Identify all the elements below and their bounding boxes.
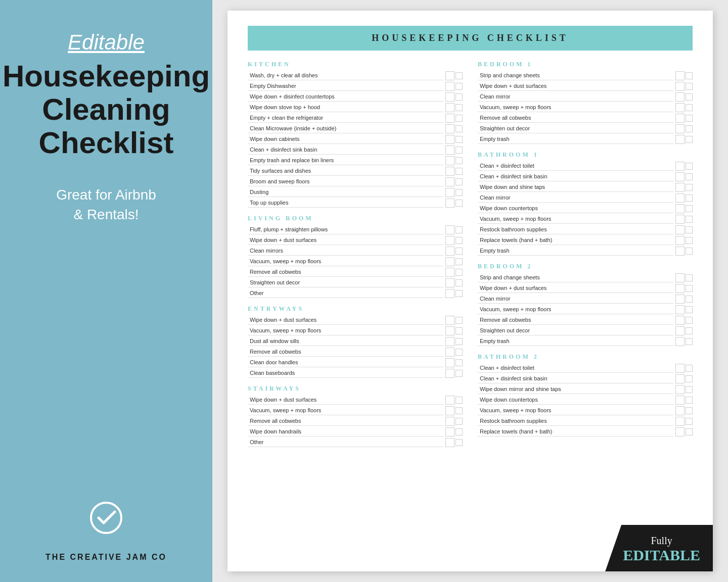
checkbox[interactable] — [675, 183, 685, 192]
checkbox[interactable] — [675, 305, 685, 314]
checkbox[interactable] — [675, 396, 685, 405]
checkbox[interactable] — [445, 135, 454, 144]
checkbox-sm[interactable] — [456, 115, 463, 122]
checkbox-sm[interactable] — [686, 375, 693, 382]
checkbox-sm[interactable] — [456, 418, 463, 425]
checkbox-sm[interactable] — [456, 136, 463, 143]
checkbox-sm[interactable] — [456, 279, 463, 286]
checkbox-sm[interactable] — [456, 338, 463, 345]
checkbox-sm[interactable] — [456, 258, 463, 265]
checkbox[interactable] — [675, 337, 685, 346]
checkbox-sm[interactable] — [686, 386, 693, 393]
checkbox-sm[interactable] — [456, 189, 463, 196]
checkbox-sm[interactable] — [686, 237, 693, 244]
checkbox-sm[interactable] — [686, 216, 693, 223]
checkbox-sm[interactable] — [456, 290, 463, 297]
checkbox-sm[interactable] — [456, 370, 463, 377]
checkbox-sm[interactable] — [686, 418, 693, 425]
checkbox[interactable] — [675, 135, 685, 144]
checkbox[interactable] — [445, 199, 454, 208]
checkbox-sm[interactable] — [686, 407, 693, 414]
checkbox-sm[interactable] — [456, 147, 463, 154]
checkbox[interactable] — [445, 225, 454, 234]
checkbox[interactable] — [675, 103, 685, 112]
checkbox-sm[interactable] — [456, 439, 463, 446]
checkbox-sm[interactable] — [456, 72, 463, 79]
checkbox[interactable] — [675, 427, 685, 437]
checkbox-sm[interactable] — [686, 115, 693, 122]
checkbox-sm[interactable] — [686, 338, 693, 345]
checkbox[interactable] — [445, 257, 454, 266]
checkbox-sm[interactable] — [686, 184, 693, 191]
checkbox-sm[interactable] — [686, 428, 693, 435]
checkbox[interactable] — [445, 316, 454, 325]
checkbox-sm[interactable] — [456, 397, 463, 404]
checkbox[interactable] — [675, 273, 685, 282]
checkbox[interactable] — [675, 215, 685, 224]
checkbox-sm[interactable] — [456, 178, 463, 185]
checkbox[interactable] — [445, 278, 454, 287]
checkbox[interactable] — [675, 225, 685, 234]
checkbox-sm[interactable] — [456, 248, 463, 255]
checkbox-sm[interactable] — [686, 104, 693, 111]
checkbox[interactable] — [445, 156, 454, 165]
checkbox[interactable] — [675, 172, 685, 181]
checkbox-sm[interactable] — [456, 237, 463, 244]
checkbox-sm[interactable] — [686, 205, 693, 212]
checkbox[interactable] — [445, 406, 454, 415]
checkbox-sm[interactable] — [686, 365, 693, 372]
checkbox[interactable] — [675, 124, 685, 133]
checkbox[interactable] — [675, 316, 685, 325]
checkbox[interactable] — [675, 326, 685, 335]
checkbox[interactable] — [445, 167, 454, 176]
checkbox[interactable] — [445, 236, 454, 245]
checkbox[interactable] — [445, 358, 454, 367]
checkbox-sm[interactable] — [456, 407, 463, 414]
checkbox-sm[interactable] — [456, 83, 463, 90]
checkbox[interactable] — [675, 92, 685, 102]
checkbox[interactable] — [445, 438, 454, 447]
checkbox-sm[interactable] — [686, 125, 693, 132]
checkbox-sm[interactable] — [456, 349, 463, 356]
checkbox[interactable] — [675, 162, 685, 171]
checkbox-sm[interactable] — [686, 93, 693, 101]
checkbox-sm[interactable] — [686, 163, 693, 170]
checkbox-sm[interactable] — [456, 226, 463, 233]
checkbox[interactable] — [445, 326, 454, 335]
checkbox[interactable] — [675, 374, 685, 383]
checkbox-sm[interactable] — [686, 136, 693, 143]
checkbox[interactable] — [445, 268, 454, 277]
checkbox[interactable] — [445, 103, 454, 112]
checkbox-sm[interactable] — [686, 327, 693, 334]
checkbox[interactable] — [675, 385, 685, 394]
checkbox[interactable] — [675, 204, 685, 213]
checkbox[interactable] — [445, 114, 454, 123]
checkbox-sm[interactable] — [686, 195, 693, 202]
checkbox-sm[interactable] — [686, 226, 693, 233]
checkbox-sm[interactable] — [456, 157, 463, 164]
checkbox-sm[interactable] — [686, 296, 693, 303]
checkbox[interactable] — [445, 124, 454, 133]
checkbox-sm[interactable] — [456, 125, 463, 132]
checkbox-sm[interactable] — [686, 83, 693, 90]
checkbox-sm[interactable] — [686, 317, 693, 324]
checkbox[interactable] — [445, 177, 454, 186]
checkbox[interactable] — [675, 236, 685, 245]
checkbox[interactable] — [445, 427, 454, 437]
checkbox[interactable] — [675, 193, 685, 203]
checkbox-sm[interactable] — [686, 397, 693, 404]
checkbox[interactable] — [445, 289, 454, 298]
checkbox[interactable] — [445, 188, 454, 197]
checkbox-sm[interactable] — [456, 269, 463, 276]
checkbox-sm[interactable] — [686, 72, 693, 79]
checkbox-sm[interactable] — [456, 359, 463, 366]
checkbox[interactable] — [445, 348, 454, 357]
checkbox[interactable] — [445, 337, 454, 346]
checkbox-sm[interactable] — [456, 327, 463, 334]
checkbox[interactable] — [675, 295, 685, 304]
checkbox[interactable] — [675, 71, 685, 80]
checkbox-sm[interactable] — [456, 200, 463, 207]
checkbox-sm[interactable] — [686, 306, 693, 313]
checkbox-sm[interactable] — [686, 173, 693, 180]
checkbox[interactable] — [675, 284, 685, 293]
